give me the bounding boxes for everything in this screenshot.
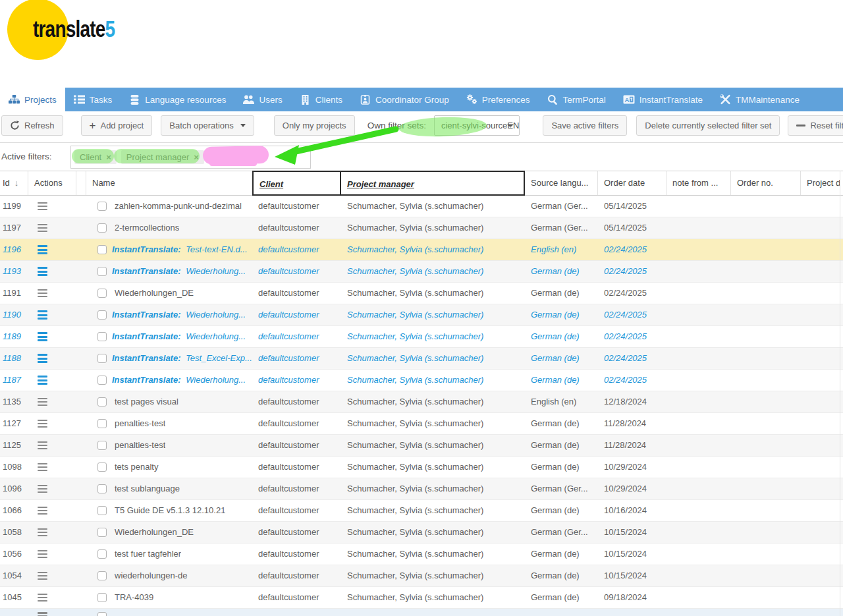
row-checkbox[interactable]: [97, 593, 107, 602]
actions-menu-icon[interactable]: [38, 594, 47, 602]
actions-menu-icon[interactable]: [38, 528, 47, 537]
column-header-client[interactable]: Client: [252, 171, 341, 196]
project-manager: Schumacher, Sylvia (s.schumacher): [341, 217, 525, 238]
actions-menu-icon[interactable]: [38, 224, 47, 233]
project-row[interactable]: 1054 wiederholungen-de defaultcustomer S…: [0, 565, 843, 587]
row-checkbox[interactable]: [97, 332, 107, 341]
actions-menu-icon[interactable]: [38, 485, 47, 493]
tab-coordinator-group[interactable]: Coordinator Group: [351, 88, 458, 111]
actions-menu-icon[interactable]: [38, 463, 47, 472]
add-project-button[interactable]: + Add project: [81, 115, 153, 136]
column-header-actions[interactable]: Actions: [28, 171, 76, 195]
row-checkbox[interactable]: [97, 506, 107, 515]
column-header-name[interactable]: Name: [86, 171, 252, 195]
actions-menu-icon[interactable]: [38, 441, 47, 450]
project-row[interactable]: 1058 Wiederholungen_DE defaultcustomer S…: [0, 522, 843, 544]
project-d-cell: [801, 391, 843, 412]
project-row[interactable]: 1196 InstantTranslate: Test-text-EN.d...…: [0, 239, 843, 261]
row-checkbox[interactable]: [97, 202, 107, 211]
actions-menu-icon[interactable]: [38, 354, 47, 363]
reset-filters-button[interactable]: Reset filters: [788, 115, 843, 136]
column-header-note[interactable]: note from ...: [666, 171, 731, 195]
actions-menu-icon[interactable]: [38, 289, 47, 298]
actions-menu-icon[interactable]: [38, 245, 47, 254]
project-d-cell: [801, 217, 843, 238]
project-row[interactable]: 1045 TRA-4039 defaultcustomer Schumacher…: [0, 587, 843, 609]
project-d-cell: [801, 413, 843, 434]
tab-clients[interactable]: Clients: [291, 88, 351, 111]
row-checkbox[interactable]: [97, 528, 107, 537]
column-header-order-date[interactable]: Order date: [598, 171, 666, 195]
row-checkbox[interactable]: [97, 484, 107, 493]
project-row[interactable]: 1125 penalties-test defaultcustomer Schu…: [0, 435, 843, 457]
row-checkbox[interactable]: [97, 571, 107, 580]
project-row[interactable]: 1096 test sublanguage defaultcustomer Sc…: [0, 478, 843, 500]
project-row[interactable]: 1056 test fuer tagfehler defaultcustomer…: [0, 544, 843, 565]
actions-menu-icon[interactable]: [38, 202, 47, 211]
actions-menu-icon[interactable]: [38, 572, 47, 580]
delete-filter-set-button[interactable]: Delete currently selected filter set: [636, 115, 780, 136]
project-row[interactable]: 1199 zahlen-komma-punk-und-dezimal defau…: [0, 196, 843, 217]
actions-menu-icon[interactable]: [38, 398, 47, 406]
project-row[interactable]: 1066 T5 Guide DE v5.1.3 12.10.21 default…: [0, 500, 843, 522]
remove-filter-icon[interactable]: ×: [106, 153, 111, 161]
column-header-order-no[interactable]: Order no.: [731, 171, 801, 195]
tab-language-resources[interactable]: Language resources: [121, 88, 234, 111]
tab-instanttranslate[interactable]: A InstantTranslate: [614, 88, 711, 111]
actions-menu-icon[interactable]: [38, 612, 47, 616]
row-checkbox[interactable]: [97, 245, 107, 254]
project-row[interactable]: 1191 Wiederholungen_DE defaultcustomer S…: [0, 283, 843, 304]
filter-chip-project-manager[interactable]: Project manager ×: [121, 150, 204, 164]
tab-users[interactable]: Users: [234, 88, 290, 111]
remove-filter-icon[interactable]: ×: [194, 153, 199, 161]
row-checkbox[interactable]: [97, 441, 107, 450]
project-name: zahlen-komma-punk-und-dezimal: [115, 201, 242, 211]
row-checkbox[interactable]: [97, 267, 107, 276]
project-row[interactable]: 1187 InstantTranslate: Wiederholung... d…: [0, 370, 843, 391]
batch-operations-button[interactable]: Batch operations: [161, 115, 254, 136]
filter-chip-client[interactable]: Client ×: [74, 150, 117, 164]
project-manager: Schumacher, Sylvia (s.schumacher): [341, 522, 525, 543]
actions-menu-icon[interactable]: [38, 310, 47, 320]
actions-menu-icon[interactable]: [38, 267, 47, 276]
actions-menu-icon[interactable]: [38, 550, 47, 559]
actions-menu-icon[interactable]: [38, 376, 47, 385]
project-row[interactable]: 1193 InstantTranslate: Wiederholung... d…: [0, 261, 843, 283]
svg-text:A: A: [624, 96, 629, 103]
project-row[interactable]: 1190 InstantTranslate: Wiederholung... d…: [0, 304, 843, 326]
tab-termportal[interactable]: TermPortal: [539, 88, 614, 111]
row-checkbox[interactable]: [97, 376, 107, 385]
tab-preferences[interactable]: Preferences: [458, 88, 539, 111]
row-checkbox[interactable]: [97, 354, 107, 363]
filter-set-combobox[interactable]: cient-sylvi-sourceEN: [434, 115, 520, 136]
tab-tmmaintenance[interactable]: TMMaintenance: [711, 88, 808, 111]
actions-menu-icon[interactable]: [38, 507, 47, 515]
project-row[interactable]: 1098 tets penalty defaultcustomer Schuma…: [0, 457, 843, 478]
row-checkbox[interactable]: [97, 223, 107, 233]
column-header-id[interactable]: Id: [0, 171, 28, 195]
project-row[interactable]: 1135 test pages visual defaultcustomer S…: [0, 391, 843, 413]
only-my-projects-button[interactable]: Only my projects: [274, 115, 355, 136]
row-checkbox[interactable]: [97, 549, 107, 559]
column-header-project-d[interactable]: Project d: [801, 171, 843, 195]
column-header-project-manager[interactable]: Project manager: [341, 171, 525, 196]
project-row[interactable]: 1188 InstantTranslate: Test_Excel-Exp...…: [0, 348, 843, 370]
row-checkbox[interactable]: [97, 612, 107, 616]
actions-menu-icon[interactable]: [38, 332, 47, 341]
save-active-filters-button[interactable]: Save active filters: [543, 115, 627, 136]
row-checkbox[interactable]: [97, 289, 107, 298]
tab-projects[interactable]: Projects: [0, 88, 65, 111]
column-header-source-language[interactable]: Source langu...: [525, 171, 598, 195]
actions-menu-icon[interactable]: [38, 420, 47, 428]
row-checkbox[interactable]: [97, 310, 107, 320]
tab-tasks[interactable]: Tasks: [65, 88, 121, 111]
project-row[interactable]: 1197 2-termcollections defaultcustomer S…: [0, 217, 843, 239]
project-row[interactable]: 1127 penalties-test defaultcustomer Schu…: [0, 413, 843, 435]
refresh-button[interactable]: Refresh: [1, 115, 63, 136]
row-checkbox[interactable]: [97, 462, 107, 472]
row-checkbox[interactable]: [97, 397, 107, 406]
row-checkbox[interactable]: [97, 419, 107, 428]
project-row[interactable]: [0, 609, 843, 616]
project-id: 1189: [0, 326, 28, 347]
project-row[interactable]: 1189 InstantTranslate: Wiederholung... d…: [0, 326, 843, 348]
